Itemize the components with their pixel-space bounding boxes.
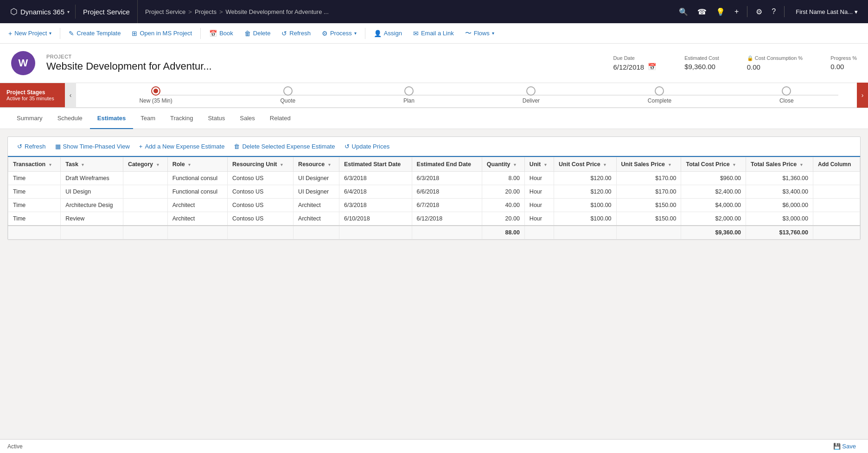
delete-expense-estimate-button[interactable]: 🗑 Delete Selected Expense Estimate — [230, 141, 338, 152]
cell-category-0[interactable] — [123, 172, 167, 185]
cell-category-1[interactable] — [123, 185, 167, 199]
search-icon[interactable]: 🔍 — [676, 6, 691, 18]
cell-resource-0[interactable]: UI Designer — [294, 172, 339, 185]
cell-totalCostPrice-2[interactable]: $4,000.00 — [681, 199, 746, 212]
cell-transaction-3[interactable]: Time — [8, 212, 61, 226]
col-header-start-date[interactable]: Estimated Start Date — [339, 157, 412, 172]
add-icon[interactable]: + — [732, 6, 741, 18]
settings-icon[interactable]: ⚙ — [753, 6, 765, 18]
cell-task-0[interactable]: Draft Wireframes — [61, 172, 123, 185]
cell-unitSalesPrice-2[interactable]: $150.00 — [616, 199, 681, 212]
col-header-transaction[interactable]: Transaction ▾ — [8, 157, 61, 172]
stage-item-deliver[interactable]: Deliver — [523, 86, 540, 104]
cell-resourcingUnit-3[interactable]: Contoso US — [227, 212, 293, 226]
cell-endDate-0[interactable]: 6/3/2018 — [412, 172, 482, 185]
process-button[interactable]: ⚙ Process ▾ — [317, 27, 361, 40]
col-header-task[interactable]: Task ▾ — [61, 157, 123, 172]
cell-unitCostPrice-3[interactable]: $100.00 — [554, 212, 617, 226]
cell-startDate-3[interactable]: 6/10/2018 — [339, 212, 412, 226]
dynamics-app-switcher[interactable]: ⬡ Dynamics 365 ▾ — [5, 0, 75, 23]
stage-item-new[interactable]: New (35 Min) — [139, 86, 172, 104]
cell-task-3[interactable]: Review — [61, 212, 123, 226]
calendar-icon[interactable]: 📅 — [648, 63, 657, 71]
table-row[interactable]: TimeDraft WireframesFunctional consulCon… — [8, 172, 860, 185]
cell-unit-1[interactable]: Hour — [524, 185, 554, 199]
cell-unitCostPrice-2[interactable]: $100.00 — [554, 199, 617, 212]
col-header-add-column[interactable]: Add Column — [813, 157, 860, 172]
lightbulb-icon[interactable]: 💡 — [713, 6, 728, 18]
delete-button[interactable]: 🗑 Delete — [240, 27, 275, 40]
flows-button[interactable]: 〜 Flows ▾ — [460, 26, 499, 40]
estimates-refresh-button[interactable]: ↺ Refresh — [13, 141, 50, 152]
tab-schedule[interactable]: Schedule — [50, 108, 90, 129]
assign-button[interactable]: 👤 Assign — [369, 27, 407, 40]
new-project-button[interactable]: + New Project ▾ — [4, 27, 56, 40]
cell-quantity-0[interactable]: 8.00 — [482, 172, 524, 185]
stages-next-button[interactable]: › — [857, 83, 868, 108]
stage-item-quote[interactable]: Quote — [280, 86, 295, 104]
cell-totalSalesPrice-2[interactable]: $6,000.00 — [746, 199, 813, 212]
stage-item-plan[interactable]: Plan — [403, 86, 415, 104]
cell-unit-2[interactable]: Hour — [524, 199, 554, 212]
refresh-button[interactable]: ↺ Refresh — [277, 27, 315, 40]
cell-role-0[interactable]: Functional consul — [167, 172, 227, 185]
cell-unitCostPrice-0[interactable]: $120.00 — [554, 172, 617, 185]
cell-startDate-2[interactable]: 6/3/2018 — [339, 199, 412, 212]
table-row[interactable]: TimeReviewArchitectContoso USArchitect6/… — [8, 212, 860, 226]
cell-transaction-2[interactable]: Time — [8, 199, 61, 212]
cell-quantity-1[interactable]: 20.00 — [482, 185, 524, 199]
create-template-button[interactable]: ✎ Create Template — [64, 27, 125, 40]
breadcrumb-item-2[interactable]: Projects — [195, 8, 217, 15]
table-row[interactable]: TimeUI DesignFunctional consulContoso US… — [8, 185, 860, 199]
cell-totalCostPrice-0[interactable]: $960.00 — [681, 172, 746, 185]
cell-role-1[interactable]: Functional consul — [167, 185, 227, 199]
tab-team[interactable]: Team — [133, 108, 163, 129]
col-header-end-date[interactable]: Estimated End Date — [412, 157, 482, 172]
tab-summary[interactable]: Summary — [9, 108, 50, 129]
cell-unitSalesPrice-1[interactable]: $170.00 — [616, 185, 681, 199]
col-header-resource[interactable]: Resource ▾ — [294, 157, 339, 172]
table-row[interactable]: TimeArchitecture DesigArchitectContoso U… — [8, 199, 860, 212]
cell-resourcingUnit-1[interactable]: Contoso US — [227, 185, 293, 199]
col-header-quantity[interactable]: Quantity ▾ — [482, 157, 524, 172]
cell-role-3[interactable]: Architect — [167, 212, 227, 226]
cell-unitSalesPrice-0[interactable]: $170.00 — [616, 172, 681, 185]
cell-startDate-1[interactable]: 6/4/2018 — [339, 185, 412, 199]
col-header-total-sales-price[interactable]: Total Sales Price ▾ — [746, 157, 813, 172]
col-header-unit-cost-price[interactable]: Unit Cost Price ▾ — [554, 157, 617, 172]
stages-prev-button[interactable]: ‹ — [65, 83, 76, 108]
update-prices-button[interactable]: ↺ Update Prices — [341, 141, 394, 152]
cell-unit-0[interactable]: Hour — [524, 172, 554, 185]
add-expense-estimate-button[interactable]: + Add a New Expense Estimate — [135, 141, 229, 152]
cell-startDate-0[interactable]: 6/3/2018 — [339, 172, 412, 185]
cell-category-2[interactable] — [123, 199, 167, 212]
stage-item-complete[interactable]: Complete — [648, 86, 671, 104]
cell-quantity-2[interactable]: 40.00 — [482, 199, 524, 212]
tab-tracking[interactable]: Tracking — [163, 108, 200, 129]
cell-task-2[interactable]: Architecture Desig — [61, 199, 123, 212]
tab-related[interactable]: Related — [262, 108, 298, 129]
col-header-category[interactable]: Category ▾ — [123, 157, 167, 172]
cell-resource-2[interactable]: Architect — [294, 199, 339, 212]
book-button[interactable]: 📅 Book — [204, 27, 238, 40]
cell-endDate-1[interactable]: 6/6/2018 — [412, 185, 482, 199]
cell-totalCostPrice-1[interactable]: $2,400.00 — [681, 185, 746, 199]
help-icon[interactable]: ? — [769, 6, 779, 18]
col-header-unit[interactable]: Unit ▾ — [524, 157, 554, 172]
col-header-total-cost-price[interactable]: Total Cost Price ▾ — [681, 157, 746, 172]
cell-resource-3[interactable]: Architect — [294, 212, 339, 226]
tab-sales[interactable]: Sales — [232, 108, 262, 129]
cell-transaction-1[interactable]: Time — [8, 185, 61, 199]
tab-status[interactable]: Status — [200, 108, 232, 129]
cell-unitSalesPrice-3[interactable]: $150.00 — [616, 212, 681, 226]
cell-role-2[interactable]: Architect — [167, 199, 227, 212]
open-ms-project-button[interactable]: ⊞ Open in MS Project — [127, 27, 197, 40]
stage-item-close[interactable]: Close — [779, 86, 794, 104]
cell-endDate-3[interactable]: 6/12/2018 — [412, 212, 482, 226]
cell-endDate-2[interactable]: 6/7/2018 — [412, 199, 482, 212]
cell-resourcingUnit-2[interactable]: Contoso US — [227, 199, 293, 212]
cell-task-1[interactable]: UI Design — [61, 185, 123, 199]
cell-quantity-3[interactable]: 20.00 — [482, 212, 524, 226]
tab-estimates[interactable]: Estimates — [90, 108, 133, 129]
cell-transaction-0[interactable]: Time — [8, 172, 61, 185]
